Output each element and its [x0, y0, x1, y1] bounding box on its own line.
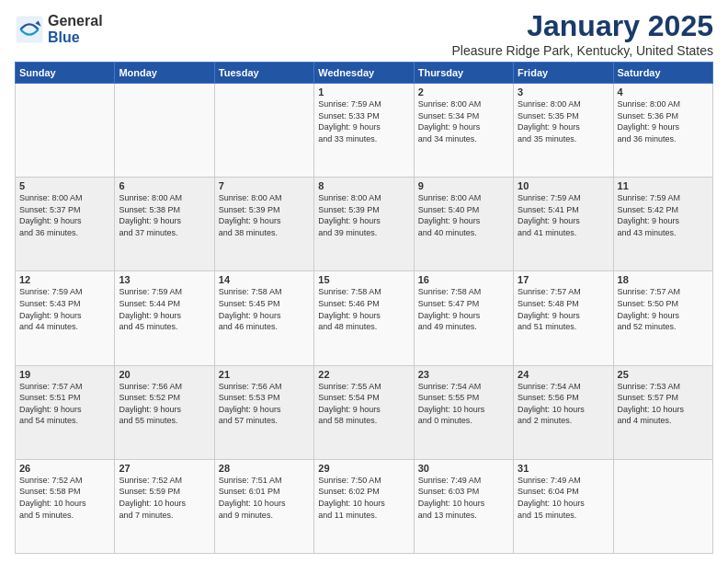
day-number: 31 — [518, 463, 609, 474]
day-number: 20 — [119, 369, 210, 380]
calendar-cell: 29Sunrise: 7:50 AM Sunset: 6:02 PM Dayli… — [314, 459, 414, 553]
day-info: Sunrise: 8:00 AM Sunset: 5:35 PM Dayligh… — [518, 98, 609, 144]
day-info: Sunrise: 7:59 AM Sunset: 5:44 PM Dayligh… — [119, 286, 210, 332]
calendar-cell: 10Sunrise: 7:59 AM Sunset: 5:41 PM Dayli… — [514, 178, 613, 271]
day-number: 27 — [119, 463, 210, 474]
header-cell-wednesday: Wednesday — [314, 63, 414, 84]
calendar-cell: 28Sunrise: 7:51 AM Sunset: 6:01 PM Dayli… — [214, 459, 313, 553]
day-number: 15 — [318, 274, 409, 285]
day-number: 10 — [518, 180, 609, 191]
location-title: Pleasure Ridge Park, Kentucky, United St… — [451, 43, 713, 58]
calendar-cell: 27Sunrise: 7:52 AM Sunset: 5:59 PM Dayli… — [115, 459, 214, 553]
day-number: 4 — [618, 86, 709, 98]
header-cell-sunday: Sunday — [16, 63, 115, 84]
day-info: Sunrise: 7:57 AM Sunset: 5:48 PM Dayligh… — [518, 286, 609, 332]
calendar-cell — [214, 84, 313, 178]
calendar-cell: 1Sunrise: 7:59 AM Sunset: 5:33 PM Daylig… — [314, 84, 414, 178]
day-info: Sunrise: 8:00 AM Sunset: 5:34 PM Dayligh… — [418, 98, 509, 144]
day-info: Sunrise: 8:00 AM Sunset: 5:36 PM Dayligh… — [618, 98, 709, 144]
day-info: Sunrise: 7:49 AM Sunset: 6:04 PM Dayligh… — [518, 475, 609, 521]
calendar-cell: 9Sunrise: 8:00 AM Sunset: 5:40 PM Daylig… — [414, 178, 513, 271]
day-info: Sunrise: 7:50 AM Sunset: 6:02 PM Dayligh… — [318, 475, 409, 521]
day-info: Sunrise: 7:51 AM Sunset: 6:01 PM Dayligh… — [219, 475, 310, 521]
logo-general: General — [48, 13, 103, 29]
day-number: 17 — [518, 274, 609, 285]
calendar-cell: 11Sunrise: 7:59 AM Sunset: 5:42 PM Dayli… — [613, 178, 712, 271]
calendar-table: SundayMondayTuesdayWednesdayThursdayFrid… — [15, 62, 713, 554]
calendar-cell: 14Sunrise: 7:58 AM Sunset: 5:45 PM Dayli… — [214, 271, 313, 365]
day-info: Sunrise: 7:59 AM Sunset: 5:42 PM Dayligh… — [618, 192, 709, 238]
calendar-cell: 17Sunrise: 7:57 AM Sunset: 5:48 PM Dayli… — [514, 271, 613, 365]
day-number: 18 — [618, 274, 709, 285]
header-cell-saturday: Saturday — [613, 63, 712, 84]
logo: General Blue — [15, 13, 103, 45]
calendar-cell: 8Sunrise: 8:00 AM Sunset: 5:39 PM Daylig… — [314, 178, 414, 271]
day-info: Sunrise: 7:53 AM Sunset: 5:57 PM Dayligh… — [618, 381, 709, 427]
calendar-cell: 23Sunrise: 7:54 AM Sunset: 5:55 PM Dayli… — [414, 365, 513, 459]
day-number: 21 — [219, 369, 310, 380]
svg-rect-0 — [17, 16, 43, 42]
calendar-cell: 31Sunrise: 7:49 AM Sunset: 6:04 PM Dayli… — [514, 459, 613, 553]
day-number: 5 — [19, 180, 110, 191]
day-number: 2 — [418, 86, 509, 98]
calendar-cell: 6Sunrise: 8:00 AM Sunset: 5:38 PM Daylig… — [115, 178, 214, 271]
calendar-cell: 25Sunrise: 7:53 AM Sunset: 5:57 PM Dayli… — [613, 365, 712, 459]
month-title: January 2025 — [451, 9, 713, 43]
header-cell-thursday: Thursday — [414, 63, 513, 84]
calendar-cell: 19Sunrise: 7:57 AM Sunset: 5:51 PM Dayli… — [16, 365, 115, 459]
calendar-cell — [16, 84, 115, 178]
day-number: 30 — [418, 463, 509, 474]
day-info: Sunrise: 7:58 AM Sunset: 5:46 PM Dayligh… — [318, 286, 409, 332]
title-block: January 2025 Pleasure Ridge Park, Kentuc… — [451, 9, 713, 58]
day-info: Sunrise: 7:59 AM Sunset: 5:43 PM Dayligh… — [19, 286, 110, 332]
day-number: 6 — [119, 180, 210, 191]
day-info: Sunrise: 7:57 AM Sunset: 5:51 PM Dayligh… — [19, 381, 110, 427]
day-number: 3 — [518, 86, 609, 98]
calendar-cell: 21Sunrise: 7:56 AM Sunset: 5:53 PM Dayli… — [214, 365, 313, 459]
day-info: Sunrise: 7:55 AM Sunset: 5:54 PM Dayligh… — [318, 381, 409, 427]
calendar-cell: 20Sunrise: 7:56 AM Sunset: 5:52 PM Dayli… — [115, 365, 214, 459]
day-info: Sunrise: 7:59 AM Sunset: 5:41 PM Dayligh… — [518, 192, 609, 238]
calendar-cell: 30Sunrise: 7:49 AM Sunset: 6:03 PM Dayli… — [414, 459, 513, 553]
calendar-cell — [613, 459, 712, 553]
day-info: Sunrise: 8:00 AM Sunset: 5:37 PM Dayligh… — [19, 192, 110, 238]
calendar-cell — [115, 84, 214, 178]
day-number: 16 — [418, 274, 509, 285]
day-number: 19 — [19, 369, 110, 380]
calendar-cell: 12Sunrise: 7:59 AM Sunset: 5:43 PM Dayli… — [16, 271, 115, 365]
day-info: Sunrise: 8:00 AM Sunset: 5:40 PM Dayligh… — [418, 192, 509, 238]
day-info: Sunrise: 7:58 AM Sunset: 5:47 PM Dayligh… — [418, 286, 509, 332]
calendar-body: 1Sunrise: 7:59 AM Sunset: 5:33 PM Daylig… — [16, 84, 713, 554]
calendar-cell: 24Sunrise: 7:54 AM Sunset: 5:56 PM Dayli… — [514, 365, 613, 459]
calendar-cell: 7Sunrise: 8:00 AM Sunset: 5:39 PM Daylig… — [214, 178, 313, 271]
day-number: 13 — [119, 274, 210, 285]
day-number: 11 — [618, 180, 709, 191]
day-info: Sunrise: 7:54 AM Sunset: 5:56 PM Dayligh… — [518, 381, 609, 427]
day-info: Sunrise: 7:59 AM Sunset: 5:33 PM Dayligh… — [318, 98, 409, 144]
day-number: 7 — [219, 180, 310, 191]
day-number: 23 — [418, 369, 509, 380]
day-info: Sunrise: 8:00 AM Sunset: 5:39 PM Dayligh… — [219, 192, 310, 238]
day-number: 29 — [318, 463, 409, 474]
logo-text: General Blue — [48, 13, 103, 45]
day-info: Sunrise: 7:54 AM Sunset: 5:55 PM Dayligh… — [418, 381, 509, 427]
week-row-1: 1Sunrise: 7:59 AM Sunset: 5:33 PM Daylig… — [16, 84, 713, 178]
logo-blue: Blue — [48, 29, 103, 46]
calendar-cell: 4Sunrise: 8:00 AM Sunset: 5:36 PM Daylig… — [613, 84, 712, 178]
day-number: 1 — [318, 86, 409, 98]
day-number: 28 — [219, 463, 310, 474]
calendar-cell: 5Sunrise: 8:00 AM Sunset: 5:37 PM Daylig… — [16, 178, 115, 271]
day-info: Sunrise: 8:00 AM Sunset: 5:38 PM Dayligh… — [119, 192, 210, 238]
calendar-header: SundayMondayTuesdayWednesdayThursdayFrid… — [16, 63, 713, 84]
week-row-4: 19Sunrise: 7:57 AM Sunset: 5:51 PM Dayli… — [16, 365, 713, 459]
day-number: 24 — [518, 369, 609, 380]
calendar-cell: 13Sunrise: 7:59 AM Sunset: 5:44 PM Dayli… — [115, 271, 214, 365]
day-info: Sunrise: 7:56 AM Sunset: 5:53 PM Dayligh… — [219, 381, 310, 427]
day-number: 22 — [318, 369, 409, 380]
day-number: 12 — [19, 274, 110, 285]
calendar-cell: 16Sunrise: 7:58 AM Sunset: 5:47 PM Dayli… — [414, 271, 513, 365]
day-number: 26 — [19, 463, 110, 474]
day-number: 14 — [219, 274, 310, 285]
day-number: 8 — [318, 180, 409, 191]
day-info: Sunrise: 7:56 AM Sunset: 5:52 PM Dayligh… — [119, 381, 210, 427]
